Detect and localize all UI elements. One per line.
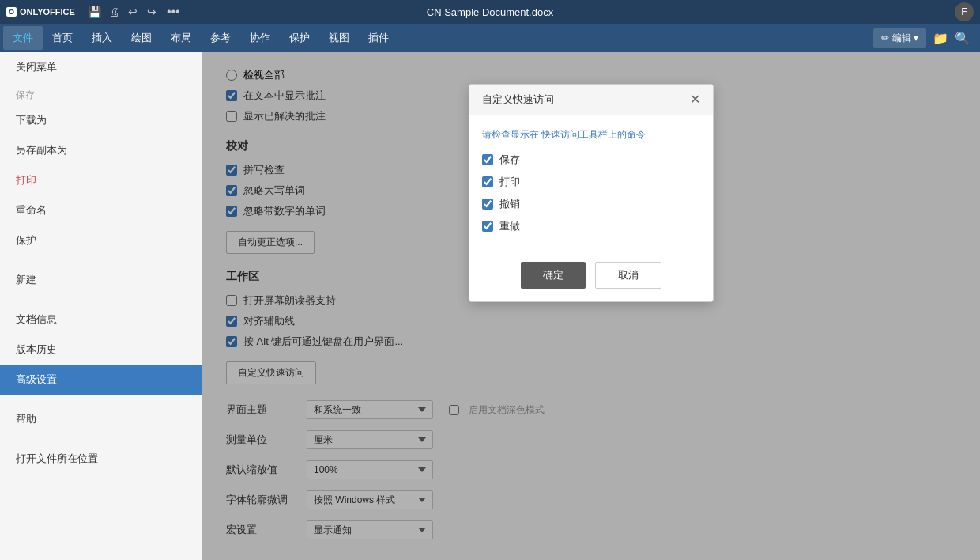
sidebar-item-open-location[interactable]: 打开文件所在位置 [0, 444, 202, 474]
window-controls: 💾 🖨 ↩ ↪ ••• [88, 5, 180, 19]
edit-mode-button[interactable]: ✏ 编辑 ▾ [873, 28, 926, 48]
dialog-footer: 确定 取消 [469, 254, 713, 301]
print-titlebar-icon[interactable]: 🖨 [107, 5, 121, 19]
redo-icon[interactable]: ↪ [145, 5, 159, 19]
menu-bar: 文件 首页 插入 绘图 布局 参考 协作 保护 视图 插件 ✏ 编辑 ▾ 📁 🔍 [0, 24, 980, 52]
dialog-save-checkbox[interactable] [482, 154, 493, 165]
undo-icon[interactable]: ↩ [126, 5, 140, 19]
menu-item-file[interactable]: 文件 [3, 26, 43, 50]
menu-item-references[interactable]: 参考 [201, 26, 240, 50]
menu-item-draw[interactable]: 绘图 [122, 26, 161, 50]
dialog-print-label: 打印 [499, 175, 520, 189]
menu-item-protect[interactable]: 保护 [280, 26, 319, 50]
menu-item-collaborate[interactable]: 协作 [240, 26, 280, 50]
dialog-desc-highlight: 快速访问工具栏上的命令 [541, 129, 646, 140]
dialog-cancel-button[interactable]: 取消 [595, 262, 662, 289]
sidebar-item-download-as[interactable]: 下载为 [0, 105, 202, 135]
menu-item-view[interactable]: 视图 [319, 26, 359, 50]
sidebar-item-doc-info[interactable]: 文档信息 [0, 305, 202, 335]
menu-item-plugins[interactable]: 插件 [359, 26, 398, 50]
dialog-item-undo: 撤销 [482, 197, 700, 211]
more-options-icon[interactable]: ••• [167, 5, 180, 19]
user-avatar[interactable]: F [955, 2, 974, 21]
dialog-item-redo: 重做 [482, 219, 700, 233]
dialog-header: 自定义快速访问 ✕ [469, 85, 713, 115]
menu-item-home[interactable]: 首页 [43, 26, 82, 50]
sidebar-item-save-copy[interactable]: 另存副本为 [0, 135, 202, 165]
dialog-description: 请检查显示在 快速访问工具栏上的命令 [482, 128, 700, 142]
dialog-save-label: 保存 [499, 153, 520, 167]
menu-bar-right: ✏ 编辑 ▾ 📁 🔍 [873, 28, 977, 48]
dialog-item-print: 打印 [482, 175, 700, 189]
menu-item-layout[interactable]: 布局 [161, 26, 201, 50]
content-area: 检视全部 在文本中显示批注 显示已解决的批注 校对 拼写检查 忽略大写单词 [202, 52, 980, 560]
dialog-body: 请检查显示在 快速访问工具栏上的命令 保存 打印 撤销 [469, 115, 713, 254]
sidebar-divider-save: 保存 [0, 82, 202, 105]
locate-file-icon[interactable]: 📁 [933, 31, 948, 46]
menu-item-insert[interactable]: 插入 [82, 26, 122, 50]
sidebar-item-version-history[interactable]: 版本历史 [0, 335, 202, 365]
sidebar-item-print[interactable]: 打印 [0, 165, 202, 195]
dialog-close-button[interactable]: ✕ [690, 93, 700, 106]
document-title: CN Sample Document.docx [427, 6, 553, 18]
dialog-undo-label: 撤销 [499, 197, 520, 211]
dialog-redo-checkbox[interactable] [482, 221, 493, 232]
app-logo: O ONLYOFFICE [6, 7, 75, 17]
logo-icon: O [6, 7, 17, 17]
dialog-item-save: 保存 [482, 153, 700, 167]
dialog-print-checkbox[interactable] [482, 176, 493, 187]
search-icon[interactable]: 🔍 [955, 31, 971, 46]
sidebar-item-advanced-settings[interactable]: 高级设置 [0, 365, 202, 395]
dialog-overlay: 自定义快速访问 ✕ 请检查显示在 快速访问工具栏上的命令 保存 打印 [202, 52, 980, 560]
sidebar: 关闭菜单 保存 下载为 另存副本为 打印 重命名 保护 新建 文档信息 版本历史… [0, 52, 202, 560]
dialog-undo-checkbox[interactable] [482, 199, 493, 210]
sidebar-item-rename[interactable]: 重命名 [0, 195, 202, 225]
app-name: ONLYOFFICE [20, 7, 75, 17]
customize-quick-access-dialog: 自定义快速访问 ✕ 请检查显示在 快速访问工具栏上的命令 保存 打印 [469, 84, 714, 302]
dialog-redo-label: 重做 [499, 219, 520, 233]
sidebar-item-close-menu[interactable]: 关闭菜单 [0, 52, 202, 82]
main-layout: 关闭菜单 保存 下载为 另存副本为 打印 重命名 保护 新建 文档信息 版本历史… [0, 52, 980, 560]
sidebar-item-protect[interactable]: 保护 [0, 225, 202, 255]
dialog-desc-text: 请检查显示在 [482, 129, 539, 140]
sidebar-item-help[interactable]: 帮助 [0, 404, 202, 434]
title-bar: O ONLYOFFICE 💾 🖨 ↩ ↪ ••• CN Sample Docum… [0, 0, 980, 24]
dialog-title: 自定义快速访问 [482, 93, 554, 107]
save-titlebar-icon[interactable]: 💾 [88, 5, 102, 19]
dialog-confirm-button[interactable]: 确定 [521, 262, 586, 289]
sidebar-item-new[interactable]: 新建 [0, 265, 202, 295]
